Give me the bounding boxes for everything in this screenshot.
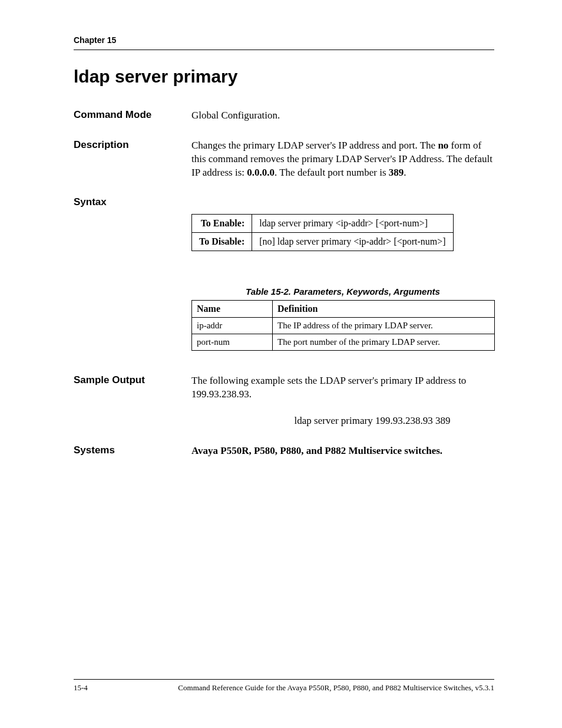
syntax-disable-label: To Disable:	[192, 232, 252, 251]
chapter-label: Chapter 15	[74, 35, 494, 45]
systems-label: Systems	[74, 444, 191, 458]
command-mode-label: Command Mode	[74, 109, 191, 123]
sample-output-label: Sample Output	[74, 374, 191, 428]
param-table-header-row: Name Definition	[192, 300, 495, 317]
page-title: ldap server primary	[74, 67, 494, 87]
command-mode-section: Command Mode Global Configuration.	[74, 109, 494, 123]
sample-output-section: Sample Output The following example sets…	[74, 374, 494, 428]
sample-output-code: ldap server primary 199.93.238.93 389	[250, 414, 494, 428]
param-name: ip-addr	[192, 317, 273, 334]
syntax-enable-label: To Enable:	[192, 214, 252, 232]
param-header-name: Name	[192, 300, 273, 317]
syntax-table: To Enable: ldap server primary <ip-addr>…	[191, 214, 454, 251]
syntax-section: Syntax	[74, 196, 494, 208]
syntax-enable-value: ldap server primary <ip-addr> [<port-num…	[252, 214, 453, 232]
desc-pre: Changes the primary LDAP server's IP add…	[191, 140, 438, 151]
syntax-row-disable: To Disable: [no] ldap server primary <ip…	[192, 232, 454, 251]
param-table: Name Definition ip-addr The IP address o…	[191, 300, 495, 351]
page-footer: 15-4 Command Reference Guide for the Ava…	[74, 679, 494, 693]
systems-text: Avaya P550R, P580, P880, and P882 Multis…	[191, 444, 494, 458]
footer-text: Command Reference Guide for the Avaya P5…	[178, 683, 494, 693]
footer-page-number: 15-4	[74, 683, 88, 693]
footer-rule	[74, 679, 494, 680]
description-label: Description	[74, 139, 191, 180]
sample-output-text: The following example sets the LDAP serv…	[191, 374, 494, 401]
syntax-label: Syntax	[74, 196, 191, 208]
command-mode-text: Global Configuration.	[191, 109, 494, 123]
param-table-caption: Table 15-2. Parameters, Keywords, Argume…	[191, 286, 494, 297]
param-definition: The IP address of the primary LDAP serve…	[273, 317, 495, 334]
desc-bold-ip: 0.0.0.0	[247, 167, 275, 178]
header-rule	[74, 50, 494, 50]
desc-post: .	[404, 167, 406, 178]
syntax-disable-value: [no] ldap server primary <ip-addr> [<por…	[252, 232, 453, 251]
description-section: Description Changes the primary LDAP ser…	[74, 139, 494, 180]
syntax-row-enable: To Enable: ldap server primary <ip-addr>…	[192, 214, 454, 232]
param-header-definition: Definition	[273, 300, 495, 317]
param-name: port-num	[192, 334, 273, 350]
systems-section: Systems Avaya P550R, P580, P880, and P88…	[74, 444, 494, 458]
desc-mid2: . The default port number is	[275, 167, 389, 178]
param-definition: The port number of the primary LDAP serv…	[273, 334, 495, 350]
description-text: Changes the primary LDAP server's IP add…	[191, 139, 494, 180]
param-row: ip-addr The IP address of the primary LD…	[192, 317, 495, 334]
desc-bold-no: no	[438, 140, 448, 151]
param-row: port-num The port number of the primary …	[192, 334, 495, 350]
desc-bold-port: 389	[389, 167, 404, 178]
